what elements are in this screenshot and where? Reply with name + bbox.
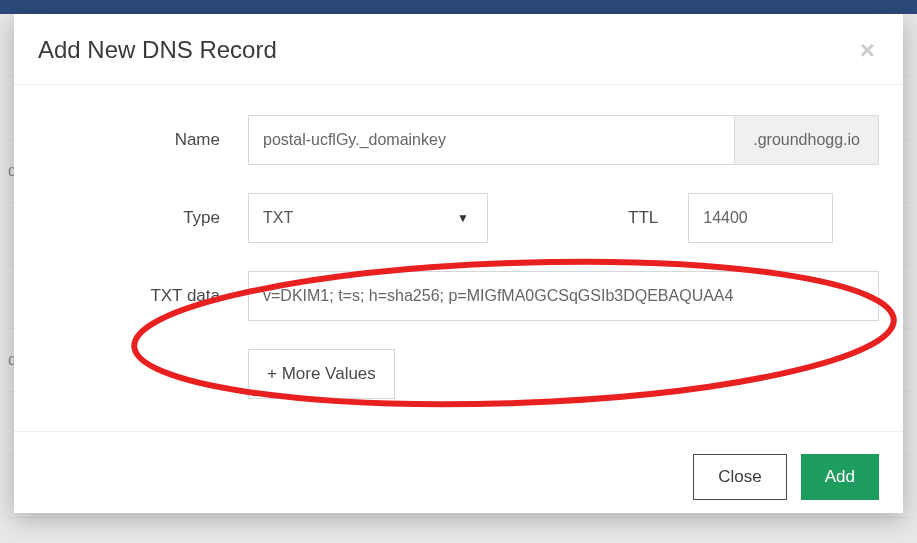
- modal-title: Add New DNS Record: [38, 36, 277, 64]
- more-values-button[interactable]: + More Values: [248, 349, 395, 399]
- more-values-row: + More Values: [248, 349, 879, 399]
- txt-data-row: TXT data: [38, 271, 879, 321]
- ttl-input[interactable]: [688, 193, 833, 243]
- type-select[interactable]: TXT ▼: [248, 193, 488, 243]
- name-input[interactable]: [248, 115, 734, 165]
- txt-label: TXT data: [38, 286, 248, 306]
- modal-body: Name .groundhogg.io Type TXT ▼ TTL TXT d…: [14, 85, 903, 431]
- dns-record-modal: Add New DNS Record × Name .groundhogg.io…: [14, 14, 903, 513]
- add-button[interactable]: Add: [801, 454, 879, 500]
- txt-data-input[interactable]: [248, 271, 879, 321]
- close-button[interactable]: Close: [693, 454, 786, 500]
- name-label: Name: [38, 130, 248, 150]
- modal-header: Add New DNS Record ×: [14, 14, 903, 85]
- close-icon[interactable]: ×: [856, 37, 879, 63]
- domain-suffix: .groundhogg.io: [734, 115, 879, 165]
- chevron-down-icon: ▼: [457, 211, 469, 225]
- type-label: Type: [38, 208, 248, 228]
- ttl-label: TTL: [628, 208, 658, 228]
- type-ttl-row: Type TXT ▼ TTL: [38, 193, 879, 243]
- name-row: Name .groundhogg.io: [38, 115, 879, 165]
- type-select-value: TXT: [263, 209, 457, 227]
- modal-footer: Close Add: [14, 431, 903, 522]
